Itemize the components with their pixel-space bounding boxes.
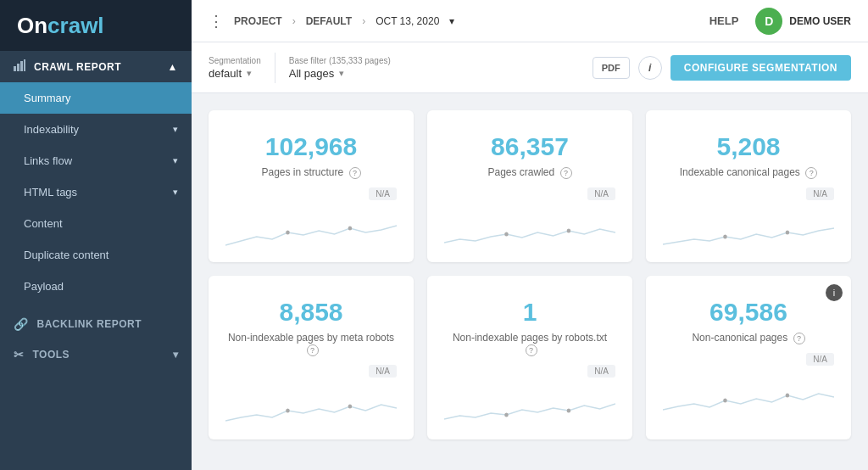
sidebar: Oncrawl CRAWL REPORT ▲ Summary Indexabil… bbox=[0, 0, 192, 470]
help-icon-pages-in-structure[interactable]: ? bbox=[349, 167, 361, 179]
svg-rect-3 bbox=[24, 59, 25, 71]
card-value-non-indexable-robots: 1 bbox=[523, 298, 537, 327]
help-icon-non-indexable-robots[interactable]: ? bbox=[526, 344, 537, 356]
logo-on: On bbox=[17, 13, 47, 39]
help-icon-non-canonical[interactable]: ? bbox=[793, 333, 805, 344]
main-area: ⋮ PROJECT › DEFAULT › OCT 13, 2020 ▾ HEL… bbox=[192, 0, 868, 470]
breadcrumb-sep-1: › bbox=[292, 15, 296, 27]
topbar-right: HELP D DEMO USER bbox=[709, 8, 851, 35]
card-label-pages-in-structure: Pages in structure ? bbox=[261, 166, 360, 179]
segmentation-select[interactable]: default ▾ bbox=[209, 67, 261, 80]
info-button[interactable]: i bbox=[638, 56, 662, 80]
indexability-chevron: ▾ bbox=[173, 124, 178, 135]
base-filter-chevron: ▾ bbox=[339, 68, 344, 79]
base-filter-value: All pages bbox=[289, 67, 334, 80]
segmentation-chevron: ▾ bbox=[247, 68, 252, 79]
svg-point-4 bbox=[286, 231, 290, 235]
crawl-report-label: CRAWL REPORT bbox=[34, 61, 121, 73]
breadcrumb-sep-2: › bbox=[362, 15, 365, 27]
pdf-icon: PDF bbox=[602, 63, 620, 73]
card-value-non-canonical: 69,586 bbox=[709, 298, 787, 327]
topbar: ⋮ PROJECT › DEFAULT › OCT 13, 2020 ▾ HEL… bbox=[192, 0, 868, 42]
crawl-report-icon bbox=[14, 59, 25, 74]
payload-label: Payload bbox=[24, 280, 64, 293]
sparkline-pages-in-structure bbox=[225, 207, 397, 254]
help-icon-indexable-canonical[interactable]: ? bbox=[805, 167, 817, 179]
filter-actions: PDF i CONFIGURE SEGMENTATION bbox=[593, 55, 851, 81]
configure-segmentation-button[interactable]: CONFIGURE SEGMENTATION bbox=[670, 55, 851, 81]
content-area: 102,968 Pages in structure ? N/A 86,357 bbox=[192, 93, 868, 470]
html-tags-label: HTML tags bbox=[24, 186, 77, 199]
sidebar-item-indexability[interactable]: Indexability ▾ bbox=[0, 114, 192, 145]
help-icon-pages-crawled[interactable]: ? bbox=[560, 167, 572, 179]
card-label-non-indexable-meta: Non-indexable pages by meta robots ? bbox=[225, 332, 397, 356]
sidebar-item-links-flow[interactable]: Links flow ▾ bbox=[0, 145, 192, 176]
date-dropdown[interactable]: ▾ bbox=[449, 15, 454, 27]
segmentation-value: default bbox=[209, 67, 242, 80]
pdf-button[interactable]: PDF bbox=[593, 57, 630, 79]
filter-divider bbox=[275, 53, 275, 83]
backlink-report-label: BACKLINK REPORT bbox=[37, 318, 142, 330]
sparkline-pages-crawled bbox=[444, 207, 615, 254]
svg-point-7 bbox=[567, 229, 571, 233]
crawl-report-chevron: ▲ bbox=[168, 61, 178, 73]
card-na-pages-crawled: N/A bbox=[587, 187, 615, 200]
card-value-pages-in-structure: 102,968 bbox=[265, 132, 357, 161]
links-flow-chevron: ▾ bbox=[173, 155, 178, 166]
svg-rect-2 bbox=[20, 61, 23, 71]
segmentation-group: Segmentation default ▾ bbox=[209, 56, 261, 80]
card-value-indexable-canonical: 5,208 bbox=[716, 132, 780, 161]
sidebar-item-html-tags[interactable]: HTML tags ▾ bbox=[0, 176, 192, 208]
card-non-canonical: i 69,586 Non-canonical pages ? N/A bbox=[646, 276, 851, 439]
card-na-non-canonical: N/A bbox=[806, 353, 834, 366]
svg-point-8 bbox=[723, 235, 727, 239]
info-icon: i bbox=[648, 62, 651, 74]
sidebar-item-payload[interactable]: Payload bbox=[0, 271, 192, 302]
content-label: Content bbox=[24, 217, 63, 230]
sidebar-item-summary[interactable]: Summary bbox=[0, 82, 192, 114]
sidebar-section-backlink-report[interactable]: 🔗 BACKLINK REPORT bbox=[0, 309, 192, 339]
svg-point-15 bbox=[786, 394, 790, 398]
card-pages-in-structure: 102,968 Pages in structure ? N/A bbox=[209, 110, 414, 262]
sidebar-item-duplicate-content[interactable]: Duplicate content bbox=[0, 239, 192, 271]
svg-rect-0 bbox=[14, 66, 16, 71]
sidebar-section-crawl-report[interactable]: CRAWL REPORT ▲ bbox=[0, 51, 192, 82]
card-na-pages-in-structure: N/A bbox=[369, 187, 397, 200]
breadcrumb-project: PROJECT bbox=[234, 15, 282, 27]
sparkline-non-canonical bbox=[663, 372, 834, 419]
indexability-label: Indexability bbox=[24, 123, 79, 136]
base-filter-select[interactable]: All pages ▾ bbox=[289, 67, 391, 80]
svg-point-13 bbox=[567, 409, 571, 413]
card-label-pages-crawled: Pages crawled ? bbox=[487, 166, 571, 179]
card-na-non-indexable-meta: N/A bbox=[369, 365, 397, 378]
summary-label: Summary bbox=[24, 92, 71, 104]
cards-grid: 102,968 Pages in structure ? N/A 86,357 bbox=[209, 110, 851, 439]
tools-icon: ✂ bbox=[14, 348, 25, 361]
sidebar-section-tools[interactable]: ✂ TOOLS ▾ bbox=[0, 339, 192, 370]
card-pages-crawled: 86,357 Pages crawled ? N/A bbox=[427, 110, 632, 262]
base-filter-label: Base filter (135,333 pages) bbox=[289, 56, 391, 65]
tools-label: TOOLS bbox=[33, 349, 70, 361]
card-indexable-canonical: 5,208 Indexable canonical pages ? N/A bbox=[646, 110, 851, 262]
card-na-non-indexable-robots: N/A bbox=[587, 365, 615, 378]
backlink-report-icon: 🔗 bbox=[14, 317, 29, 331]
logo: Oncrawl bbox=[0, 0, 192, 51]
user-menu[interactable]: D DEMO USER bbox=[755, 8, 851, 35]
logo-crawl: crawl bbox=[47, 13, 104, 39]
help-link[interactable]: HELP bbox=[709, 14, 739, 27]
card-label-indexable-canonical: Indexable canonical pages ? bbox=[680, 166, 817, 179]
card-na-indexable-canonical: N/A bbox=[806, 187, 834, 200]
svg-point-10 bbox=[286, 409, 290, 413]
help-icon-non-indexable-meta[interactable]: ? bbox=[307, 344, 319, 356]
svg-point-11 bbox=[348, 405, 353, 409]
sidebar-item-content[interactable]: Content bbox=[0, 208, 192, 239]
svg-point-12 bbox=[504, 413, 509, 417]
more-menu-icon[interactable]: ⋮ bbox=[209, 12, 224, 31]
card-info-icon-non-canonical[interactable]: i bbox=[826, 284, 843, 301]
svg-point-9 bbox=[786, 231, 790, 235]
svg-point-14 bbox=[723, 399, 727, 403]
user-name: DEMO USER bbox=[789, 15, 851, 27]
card-non-indexable-meta: 8,858 Non-indexable pages by meta robots… bbox=[209, 276, 414, 439]
breadcrumb-default: DEFAULT bbox=[306, 15, 352, 27]
breadcrumb-date: OCT 13, 2020 bbox=[376, 15, 439, 27]
